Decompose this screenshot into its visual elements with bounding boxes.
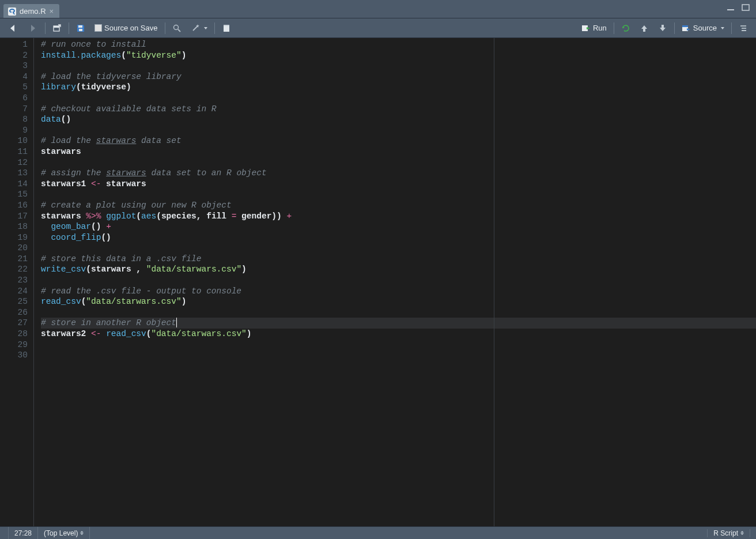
- code-line[interactable]: [41, 61, 756, 71]
- nav-forward-button[interactable]: [25, 22, 40, 34]
- code-line[interactable]: # checkout available data sets in R: [41, 104, 756, 115]
- code-line[interactable]: starwars1 <- starwars: [41, 179, 756, 190]
- svg-line-9: [193, 26, 198, 31]
- source-label: Source: [693, 24, 717, 32]
- code-line[interactable]: # load the tidyverse library: [41, 71, 756, 82]
- r-file-icon: [8, 7, 16, 16]
- code-line[interactable]: [41, 157, 756, 168]
- code-line[interactable]: starwars: [41, 146, 756, 157]
- line-number: 10: [0, 135, 33, 146]
- code-line[interactable]: write_csv(starwars , "data/starwars.csv"…: [41, 264, 756, 275]
- tab-close-icon[interactable]: ×: [50, 7, 54, 16]
- line-number: 2: [0, 50, 33, 61]
- code-line[interactable]: read_csv("data/starwars.csv"): [41, 296, 756, 307]
- file-type-selector[interactable]: R Script: [707, 529, 750, 537]
- file-type-label: R Script: [713, 529, 738, 537]
- code-line[interactable]: library(tidyverse): [41, 82, 756, 93]
- svg-line-8: [178, 29, 180, 32]
- line-number: 24: [0, 286, 33, 297]
- outline-button[interactable]: [736, 22, 750, 34]
- separator: [165, 22, 165, 34]
- go-to-prev-section-button[interactable]: [637, 22, 651, 34]
- outline-icon: [739, 24, 748, 33]
- tab-filename: demo.R: [20, 7, 46, 16]
- popout-icon: [52, 24, 62, 33]
- minimize-pane-icon[interactable]: [726, 3, 736, 12]
- code-line[interactable]: [41, 350, 756, 361]
- code-editor[interactable]: 1234567891011121314151617181920212223242…: [0, 38, 756, 526]
- nav-back-button[interactable]: [6, 22, 21, 34]
- code-line[interactable]: # assign the starwars data set to an R o…: [41, 168, 756, 179]
- code-line[interactable]: # store in another R object: [41, 318, 756, 329]
- line-number: 16: [0, 200, 33, 211]
- line-number: 5: [0, 82, 33, 93]
- status-bar: 27:28 (Top Level) R Script: [0, 526, 756, 539]
- arrow-up-icon: [640, 24, 649, 33]
- code-line[interactable]: # store this data in a .csv file: [41, 254, 756, 265]
- svg-rect-5: [78, 25, 82, 28]
- code-line[interactable]: data(): [41, 114, 756, 125]
- code-line[interactable]: install.packages("tidyverse"): [41, 50, 756, 61]
- chevron-down-icon: [204, 27, 207, 29]
- line-number: 19: [0, 232, 33, 243]
- save-icon: [76, 24, 85, 33]
- svg-rect-6: [79, 29, 82, 31]
- line-number: 13: [0, 168, 33, 179]
- code-line[interactable]: # load the starwars data set: [41, 135, 756, 146]
- go-to-next-section-button[interactable]: [656, 22, 670, 34]
- code-line[interactable]: geom_bar() +: [41, 221, 756, 232]
- find-replace-button[interactable]: [170, 22, 184, 34]
- line-number: 8: [0, 114, 33, 125]
- line-number: 21: [0, 254, 33, 265]
- svg-rect-11: [224, 25, 229, 26]
- code-line[interactable]: [41, 125, 756, 136]
- scope-label: (Top Level): [44, 529, 78, 537]
- code-line[interactable]: [41, 340, 756, 350]
- code-line[interactable]: coord_flip(): [41, 232, 756, 243]
- file-tab[interactable]: demo.R ×: [3, 4, 59, 18]
- line-number: 28: [0, 329, 33, 340]
- run-icon: [581, 24, 591, 33]
- show-in-new-window-button[interactable]: [50, 22, 64, 34]
- source-on-save-toggle[interactable]: Source on Save: [92, 22, 160, 33]
- checkbox-icon: [94, 24, 102, 32]
- compile-report-button[interactable]: [220, 22, 233, 34]
- line-number: 25: [0, 296, 33, 307]
- source-button[interactable]: Source: [679, 22, 727, 34]
- line-number: 17: [0, 211, 33, 222]
- line-number: 12: [0, 157, 33, 168]
- line-number: 20: [0, 243, 33, 254]
- code-line[interactable]: # create a plot using our new R object: [41, 200, 756, 211]
- code-line[interactable]: [41, 93, 756, 104]
- line-number: 7: [0, 104, 33, 115]
- source-icon: [682, 24, 691, 33]
- separator: [674, 22, 675, 34]
- line-number: 14: [0, 179, 33, 190]
- source-on-save-label: Source on Save: [104, 24, 158, 32]
- svg-point-7: [173, 25, 178, 29]
- code-line[interactable]: [41, 275, 756, 286]
- cursor-position[interactable]: 27:28: [8, 527, 38, 539]
- code-line[interactable]: # run once to install: [41, 39, 756, 50]
- run-button[interactable]: Run: [579, 22, 609, 34]
- rerun-button[interactable]: [619, 22, 633, 34]
- line-number: 11: [0, 146, 33, 157]
- line-number-gutter: 1234567891011121314151617181920212223242…: [0, 38, 34, 526]
- scope-selector[interactable]: (Top Level): [38, 527, 90, 539]
- arrow-down-icon: [658, 24, 667, 33]
- code-line[interactable]: starwars2 <- read_csv("data/starwars.csv…: [41, 329, 756, 340]
- save-button[interactable]: [74, 22, 88, 34]
- code-line[interactable]: # read the .csv file - output to console: [41, 286, 756, 297]
- maximize-pane-icon[interactable]: [741, 3, 751, 12]
- code-line[interactable]: starwars %>% ggplot(aes(species, fill = …: [41, 211, 756, 222]
- separator: [731, 22, 732, 34]
- line-number: 22: [0, 264, 33, 275]
- tab-bar: demo.R ×: [0, 0, 756, 18]
- code-line[interactable]: [41, 243, 756, 254]
- code-area[interactable]: # run once to installinstall.packages("t…: [34, 38, 756, 526]
- line-number: 26: [0, 307, 33, 318]
- updown-icon: [80, 531, 84, 535]
- code-tools-button[interactable]: [188, 22, 210, 34]
- code-line[interactable]: [41, 307, 756, 318]
- code-line[interactable]: [41, 189, 756, 200]
